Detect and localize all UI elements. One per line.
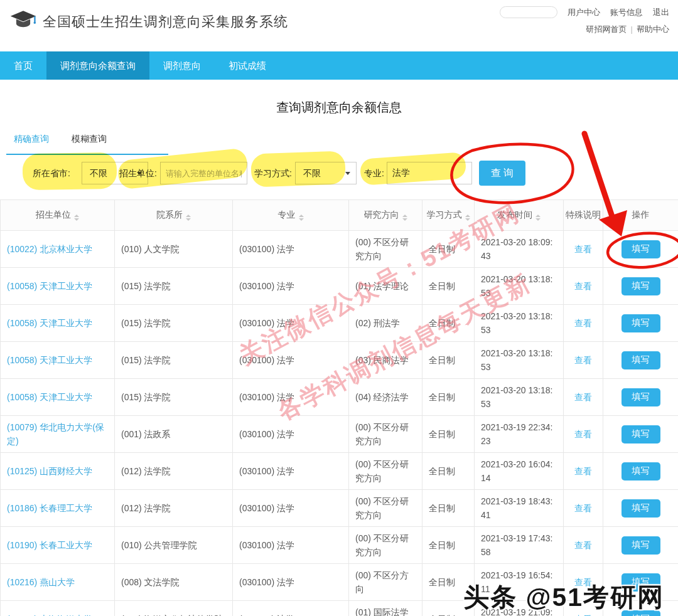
- table-header-row: 招生单位院系所专业研究方向学习方式发布时间特殊说明操作: [1, 200, 678, 231]
- nav-item-intention[interactable]: 调剂意向: [149, 51, 215, 80]
- view-link[interactable]: 查看: [574, 355, 592, 365]
- column-label: 特殊说明: [566, 210, 601, 220]
- header: 全国硕士生招生调剂意向采集服务系统 用户中心 账号信息 退出 研招网首页|帮助中…: [0, 0, 678, 51]
- major-cell: (030100) 法学: [233, 416, 349, 453]
- column-label: 学习方式: [427, 210, 462, 220]
- yz-home-link[interactable]: 研招网首页: [586, 24, 627, 34]
- fill-button[interactable]: 填写: [622, 425, 660, 443]
- column-header: 操作: [603, 200, 678, 231]
- fill-button[interactable]: 填写: [622, 499, 660, 518]
- dept-cell: (015) 法学院: [115, 305, 233, 342]
- help-center-link[interactable]: 帮助中心: [637, 24, 669, 34]
- results-table: 招生单位院系所专业研究方向学习方式发布时间特殊说明操作 (10022) 北京林业…: [0, 199, 678, 616]
- dept-cell: (012) 法学院: [115, 490, 233, 527]
- major-input[interactable]: [387, 162, 472, 184]
- view-link[interactable]: 查看: [574, 429, 592, 439]
- study-mode-label: 学习方式:: [254, 168, 292, 179]
- direction-cell: (00) 不区分研究方向: [349, 490, 422, 527]
- unit-input[interactable]: [160, 162, 247, 184]
- column-header[interactable]: 研究方向: [349, 200, 422, 231]
- link-separator: |: [631, 24, 633, 34]
- unit-link[interactable]: (10079) 华北电力大学(保定): [7, 422, 104, 446]
- fill-button[interactable]: 填写: [622, 573, 660, 592]
- fill-button[interactable]: 填写: [622, 314, 660, 332]
- unit-link[interactable]: (10058) 天津工业大学: [7, 281, 92, 291]
- column-header: 特殊说明: [564, 200, 603, 231]
- fill-button[interactable]: 填写: [622, 536, 660, 555]
- major-label: 专业:: [364, 168, 384, 179]
- major-cell: (030100) 法学: [233, 564, 349, 601]
- direction-cell: (04) 经济法学: [349, 379, 422, 416]
- table-row: (10058) 天津工业大学 (015) 法学院 (030100) 法学 (03…: [1, 342, 678, 379]
- publish-time-cell: 2021-03-19 21:09:23: [475, 601, 564, 616]
- unit-link[interactable]: (10058) 天津工业大学: [7, 355, 92, 365]
- fill-button[interactable]: 填写: [622, 277, 660, 295]
- sort-icon[interactable]: [74, 215, 79, 221]
- search-button[interactable]: 查 询: [479, 161, 525, 186]
- header-links: 用户中心 账号信息 退出 研招网首页|帮助中心: [500, 6, 669, 35]
- fill-button[interactable]: 填写: [622, 388, 660, 406]
- dept-cell: (015) 法学院: [115, 342, 233, 379]
- view-link[interactable]: 查看: [574, 577, 592, 587]
- direction-cell: (01) 法学理论: [349, 268, 422, 305]
- unit-link[interactable]: (10190) 长春工业大学: [7, 540, 92, 550]
- app-title: 全国硕士生招生调剂意向采集服务系统: [43, 13, 288, 31]
- view-link[interactable]: 查看: [574, 540, 592, 550]
- unit-link[interactable]: (10022) 北京林业大学: [7, 244, 92, 254]
- table-row: (10264) 上海海洋大学 (010) 海洋文化与法律学院 (030100) …: [1, 601, 678, 616]
- unit-link[interactable]: (10125) 山西财经大学: [7, 466, 92, 476]
- account-info-link[interactable]: 账号信息: [610, 7, 643, 18]
- view-link[interactable]: 查看: [574, 466, 592, 476]
- fill-button[interactable]: 填写: [622, 462, 660, 481]
- publish-time-cell: 2021-03-20 13:18:53: [475, 305, 564, 342]
- column-label: 操作: [632, 210, 650, 220]
- logout-link[interactable]: 退出: [653, 7, 669, 18]
- view-link[interactable]: 查看: [574, 244, 592, 254]
- column-label: 专业: [278, 210, 296, 220]
- major-cell: (030100) 法学: [233, 305, 349, 342]
- publish-time-cell: 2021-03-19 16:54:11: [475, 564, 564, 601]
- dept-cell: (010) 海洋文化与法律学院: [115, 601, 233, 616]
- mode-cell: 全日制: [422, 231, 475, 268]
- nav-item-home[interactable]: 首页: [0, 51, 46, 80]
- fill-button[interactable]: 填写: [622, 610, 660, 616]
- study-mode-select[interactable]: 不限: [295, 162, 357, 184]
- column-header[interactable]: 学习方式: [422, 200, 475, 231]
- sort-icon[interactable]: [535, 215, 541, 221]
- unit-link[interactable]: (10058) 天津工业大学: [7, 318, 92, 328]
- fill-button[interactable]: 填写: [622, 351, 660, 369]
- publish-time-cell: 2021-03-20 13:18:53: [475, 268, 564, 305]
- publish-time-cell: 2021-03-19 18:43:41: [475, 490, 564, 527]
- view-link[interactable]: 查看: [574, 392, 592, 402]
- table-row: (10022) 北京林业大学 (010) 人文学院 (030100) 法学 (0…: [1, 231, 678, 268]
- view-link[interactable]: 查看: [574, 503, 592, 513]
- nav-item-balance-query[interactable]: 调剂意向余额查询: [46, 51, 149, 80]
- fill-button[interactable]: 填写: [622, 240, 660, 258]
- column-header[interactable]: 院系所: [115, 200, 233, 231]
- tab-fuzzy-query[interactable]: 模糊查询: [72, 134, 107, 145]
- tab-exact-query[interactable]: 精确查询: [14, 134, 49, 145]
- major-cell: (030100) 法学: [233, 601, 349, 616]
- unit-link[interactable]: (10216) 燕山大学: [7, 577, 75, 587]
- column-label: 发布时间: [497, 210, 532, 220]
- view-link[interactable]: 查看: [574, 318, 592, 328]
- user-center-link[interactable]: 用户中心: [568, 7, 600, 18]
- table-row: (10058) 天津工业大学 (015) 法学院 (030100) 法学 (02…: [1, 305, 678, 342]
- direction-cell: (02) 刑法学: [349, 305, 422, 342]
- mode-cell: 全日制: [422, 527, 475, 564]
- sort-icon[interactable]: [299, 215, 304, 221]
- query-tabs: 精确查询 模糊查询: [14, 134, 127, 145]
- view-link[interactable]: 查看: [574, 281, 592, 291]
- unit-link[interactable]: (10058) 天津工业大学: [7, 392, 92, 402]
- dept-cell: (010) 人文学院: [115, 231, 233, 268]
- sort-icon[interactable]: [186, 215, 191, 221]
- unit-link[interactable]: (10186) 长春理工大学: [7, 503, 92, 513]
- column-header[interactable]: 发布时间: [475, 200, 564, 231]
- chevron-down-icon: [345, 172, 350, 175]
- nav-item-exam-score[interactable]: 初试成绩: [215, 51, 280, 80]
- sort-icon[interactable]: [402, 215, 407, 221]
- major-cell: (030100) 法学: [233, 268, 349, 305]
- column-header[interactable]: 招生单位: [1, 200, 115, 231]
- column-header[interactable]: 专业: [233, 200, 349, 231]
- sort-icon[interactable]: [465, 215, 470, 221]
